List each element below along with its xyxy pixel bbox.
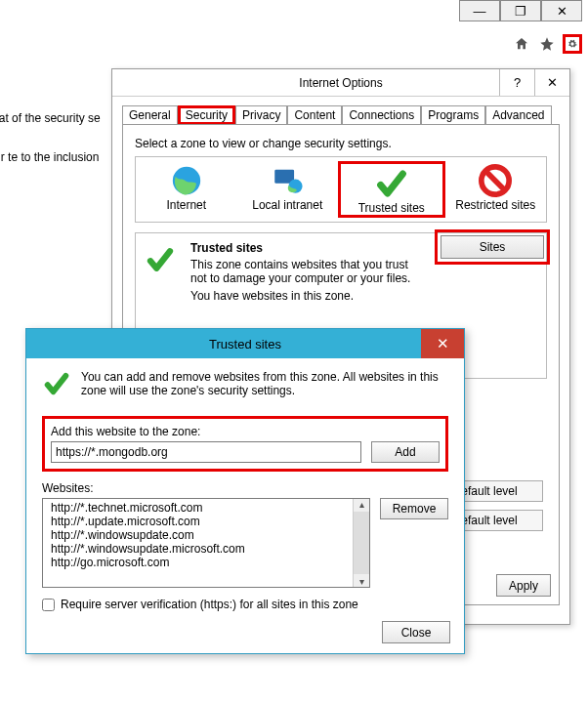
- io-tabs: General Security Privacy Content Connect…: [112, 97, 569, 124]
- trusted-desc-text: You can add and remove websites from thi…: [81, 370, 448, 397]
- prohibited-icon: [445, 163, 547, 198]
- maximize-button[interactable]: ❐: [500, 0, 541, 21]
- list-item[interactable]: http://go.microsoft.com: [51, 556, 365, 569]
- tab-programs[interactable]: Programs: [421, 105, 485, 125]
- bg-line-2: to network resour te to the inclusion: [0, 148, 129, 166]
- require-https-checkbox[interactable]: [42, 599, 55, 611]
- websites-listbox[interactable]: http://*.technet.microsoft.com http://*.…: [42, 498, 370, 588]
- io-close-button[interactable]: ✕: [534, 69, 569, 96]
- list-item[interactable]: http://*.technet.microsoft.com: [51, 501, 365, 515]
- scroll-down-icon[interactable]: ▾: [359, 576, 364, 587]
- apply-button[interactable]: Apply: [496, 574, 551, 597]
- scroll-up-icon[interactable]: ▴: [359, 499, 364, 510]
- trusted-check-icon-small: [42, 370, 71, 400]
- bg-line-1: curity settings that of the security se: [0, 109, 129, 127]
- list-item[interactable]: http://*.update.microsoft.com: [51, 515, 365, 528]
- home-icon[interactable]: [512, 34, 531, 54]
- list-item[interactable]: http://*.windowsupdate.com: [51, 528, 365, 542]
- sites-button-highlight: Sites: [435, 229, 550, 265]
- internet-options-title: Internet Options: [299, 76, 382, 90]
- tab-content[interactable]: Content: [287, 105, 342, 125]
- zone-label: Select a zone to view or change security…: [135, 137, 547, 150]
- add-website-input[interactable]: [51, 441, 361, 463]
- intranet-icon: [237, 163, 339, 198]
- zone-local-label: Local intranet: [237, 198, 339, 212]
- trusted-sites-description: You can add and remove websites from thi…: [42, 370, 448, 400]
- trusted-sites-title: Trusted sites: [209, 337, 281, 352]
- internet-options-titlebar: Internet Options ? ✕: [112, 69, 569, 97]
- tab-advanced[interactable]: Advanced: [485, 105, 551, 125]
- zone-restricted-label: Restricted sites: [445, 198, 547, 212]
- add-button[interactable]: Add: [371, 441, 440, 463]
- require-https-checkbox-row[interactable]: Require server verification (https:) for…: [42, 598, 448, 611]
- list-item[interactable]: http://*.windowsupdate.microsoft.com: [51, 542, 365, 556]
- list-scrollbar[interactable]: ▴ ▾: [353, 499, 369, 587]
- remove-button[interactable]: Remove: [380, 498, 448, 519]
- trusted-have: You have websites in this zone.: [190, 289, 421, 303]
- settings-gear-icon[interactable]: [563, 34, 582, 54]
- favorites-star-icon[interactable]: [537, 34, 557, 54]
- tab-general[interactable]: General: [122, 105, 178, 125]
- zone-internet[interactable]: Internet: [136, 161, 237, 218]
- io-help-button[interactable]: ?: [499, 69, 534, 96]
- window-caption-buttons: — ❐ ✕: [459, 0, 582, 21]
- sites-button[interactable]: Sites: [441, 235, 544, 259]
- zone-local-intranet[interactable]: Local intranet: [237, 161, 339, 218]
- close-window-button[interactable]: ✕: [541, 0, 582, 21]
- scroll-thumb[interactable]: [354, 512, 369, 574]
- zones-row: Internet Local intranet Trusted sites Re…: [135, 156, 547, 223]
- tab-connections[interactable]: Connections: [342, 105, 421, 125]
- checkmark-icon: [341, 166, 442, 201]
- zone-internet-label: Internet: [136, 198, 237, 212]
- close-button[interactable]: Close: [382, 621, 450, 643]
- minimize-button[interactable]: —: [459, 0, 500, 21]
- tab-privacy[interactable]: Privacy: [235, 105, 287, 125]
- globe-icon: [136, 163, 237, 198]
- add-website-label: Add this website to the zone:: [51, 425, 440, 438]
- require-https-label: Require server verification (https:) for…: [61, 598, 358, 611]
- add-website-highlight: Add this website to the zone: Add: [42, 416, 448, 472]
- zone-restricted-sites[interactable]: Restricted sites: [445, 161, 547, 218]
- trusted-sites-titlebar: Trusted sites ✕: [26, 329, 464, 358]
- zone-trusted-sites[interactable]: Trusted sites: [338, 161, 445, 218]
- trusted-sites-dialog: Trusted sites ✕ You can add and remove w…: [25, 328, 465, 654]
- svg-line-4: [485, 171, 505, 190]
- websites-label: Websites:: [42, 481, 448, 495]
- browser-toolbar: [512, 34, 582, 54]
- tab-security[interactable]: Security: [178, 105, 235, 125]
- zone-trusted-label: Trusted sites: [341, 201, 442, 215]
- trusted-title: Trusted sites: [190, 241, 421, 255]
- trusted-sites-close-x[interactable]: ✕: [421, 329, 464, 358]
- trusted-desc: This zone contains websites that you tru…: [190, 258, 421, 285]
- background-help-text: curity settings that of the security se …: [0, 109, 129, 187]
